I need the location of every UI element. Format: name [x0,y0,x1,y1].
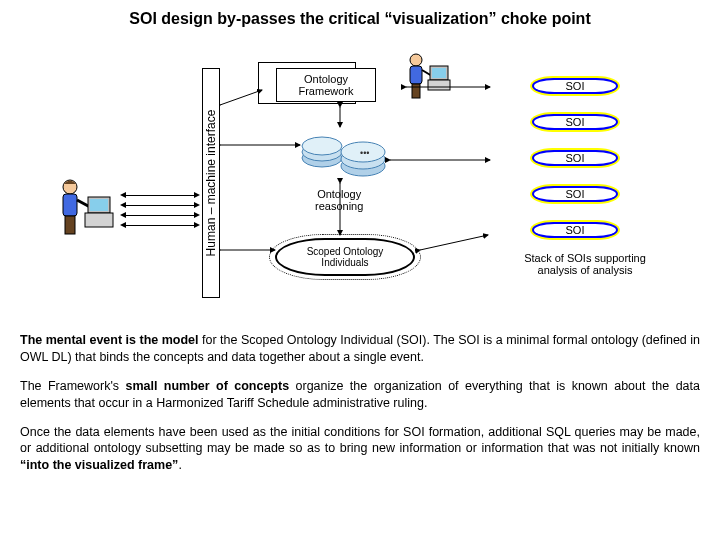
bidir-arrow [125,195,195,196]
human-left-icon [50,175,120,245]
bidir-arrow [125,225,195,226]
diagram-area: Human – machine interface Ontology Frame… [20,40,700,320]
bidir-arrow [125,205,195,206]
page-title: SOI design by-passes the critical “visua… [20,10,700,28]
svg-rect-5 [90,199,108,211]
hmi-box: Human – machine interface [202,68,220,298]
soi-pill: SOI [530,112,620,132]
svg-rect-6 [85,213,113,227]
svg-line-28 [420,235,488,250]
paragraph-1: The mental event is the model for the Sc… [20,332,700,366]
soi-pill: SOI [530,148,620,168]
bidir-arrow [125,215,195,216]
soi-pill: SOI [530,76,620,96]
hmi-text: Human – machine interface [204,110,218,257]
soi-pill: SOI [530,220,620,240]
soi-pill: SOI [530,184,620,204]
paragraph-2: The Framework's small number of concepts… [20,378,700,412]
paragraph-3: Once the data elements have been used as… [20,424,700,475]
svg-rect-2 [65,216,75,234]
svg-rect-1 [63,194,77,216]
stack-caption: Stack of SOIs supporting analysis of ana… [510,252,660,276]
svg-line-21 [220,90,262,105]
connector-arrows [220,65,500,285]
